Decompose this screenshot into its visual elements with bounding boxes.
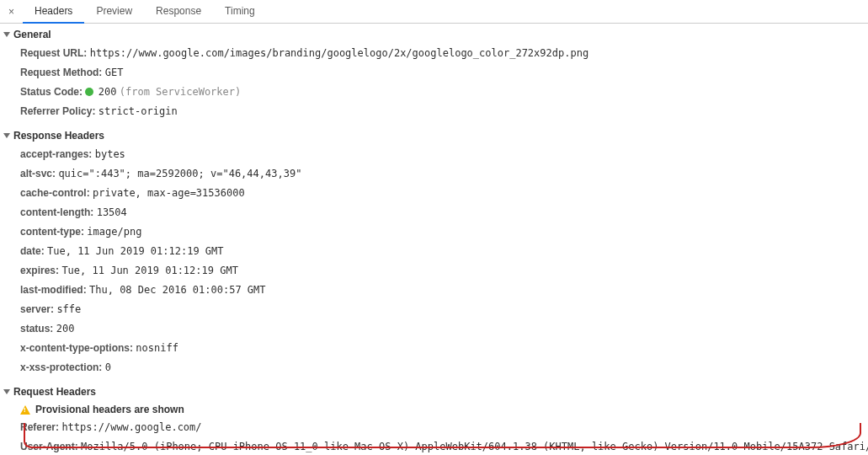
section-general: General Request URL: https://www.google.…: [0, 24, 868, 125]
key: expires:: [20, 265, 59, 276]
kv-response-header: alt-svc: quic=":443"; ma=2592000; v="46,…: [20, 164, 868, 184]
close-icon[interactable]: ×: [3, 6, 23, 18]
value: 200: [99, 86, 117, 98]
value: https://www.google.com/: [61, 421, 201, 433]
value: strict-origin: [99, 105, 178, 117]
key: x-content-type-options:: [20, 342, 133, 354]
kv-response-header: last-modified: Thu, 08 Dec 2016 01:00:57…: [20, 281, 868, 300]
section-title: Request Headers: [13, 386, 96, 398]
section-request-headers: Request Headers Provisional headers are …: [0, 381, 868, 455]
kv-response-header: server: sffe: [20, 300, 868, 319]
value: 200: [56, 323, 75, 335]
key: date:: [20, 245, 45, 257]
devtools-tabbar: × Headers Preview Response Timing: [0, 0, 868, 24]
kv-response-header: content-type: image/png: [20, 222, 868, 242]
key: accept-ranges:: [20, 148, 92, 160]
value: Mozilla/5.0 (iPhone; CPU iPhone OS 11_0 …: [81, 441, 868, 452]
value: 0: [105, 361, 111, 373]
value: private, max-age=31536000: [93, 187, 245, 199]
key: Request URL:: [20, 47, 87, 59]
value: quic=":443"; ma=2592000; v="46,44,43,39": [58, 168, 301, 179]
chevron-down-icon: [3, 389, 10, 394]
section-title: General: [13, 29, 51, 40]
key: content-length:: [20, 206, 93, 218]
section-response-headers: Response Headers accept-ranges: bytesalt…: [0, 125, 868, 381]
value: sffe: [56, 303, 81, 315]
key: content-type:: [20, 226, 84, 238]
key: last-modified:: [20, 284, 87, 296]
value: Thu, 08 Dec 2016 01:00:57 GMT: [89, 284, 266, 296]
value: image/png: [87, 226, 141, 238]
provisional-warning: Provisional headers are shown: [20, 401, 868, 418]
value: Tue, 11 Jun 2019 01:12:19 GMT: [61, 265, 238, 276]
status-ok-icon: [85, 88, 93, 96]
kv-request-method: Request Method: GET: [20, 63, 868, 83]
key: cache-control:: [20, 187, 90, 199]
value: GET: [105, 67, 124, 78]
warning-icon: [20, 405, 30, 415]
kv-referer: Referer: https://www.google.com/: [20, 418, 868, 437]
kv-status-code: Status Code: 200 (from ServiceWorker): [20, 83, 868, 102]
tab-timing[interactable]: Timing: [213, 0, 267, 24]
key: x-xss-protection:: [20, 361, 102, 373]
kv-response-header: cache-control: private, max-age=31536000: [20, 184, 868, 203]
kv-response-header: status: 200: [20, 319, 868, 339]
kv-response-header: x-content-type-options: nosniff: [20, 339, 868, 358]
section-response-headers-header[interactable]: Response Headers: [3, 128, 868, 143]
key: Request Method:: [20, 67, 102, 78]
key: status:: [20, 323, 53, 335]
value-aux: (from ServiceWorker): [120, 86, 242, 98]
key: User-Agent:: [20, 441, 78, 452]
section-general-header[interactable]: General: [3, 27, 868, 42]
key: Referrer Policy:: [20, 105, 95, 117]
value: https://www.google.com/images/branding/g…: [90, 47, 588, 59]
kv-referrer-policy: Referrer Policy: strict-origin: [20, 102, 868, 121]
kv-response-header: date: Tue, 11 Jun 2019 01:12:19 GMT: [20, 242, 868, 261]
tab-preview[interactable]: Preview: [84, 0, 144, 24]
section-request-headers-header[interactable]: Request Headers: [3, 384, 868, 399]
warning-text: Provisional headers are shown: [35, 404, 184, 415]
section-title: Response Headers: [13, 130, 104, 142]
kv-response-header: expires: Tue, 11 Jun 2019 01:12:19 GMT: [20, 261, 868, 281]
key: Status Code:: [20, 86, 83, 98]
value: bytes: [95, 148, 125, 160]
tab-response[interactable]: Response: [144, 0, 213, 24]
value: 13504: [97, 206, 127, 218]
kv-user-agent: User-Agent: Mozilla/5.0 (iPhone; CPU iPh…: [20, 437, 868, 455]
value: Tue, 11 Jun 2019 01:12:19 GMT: [47, 245, 224, 257]
key: alt-svc:: [20, 168, 56, 179]
kv-response-header: accept-ranges: bytes: [20, 145, 868, 164]
key: server:: [20, 303, 54, 315]
kv-response-header: x-xss-protection: 0: [20, 358, 868, 377]
chevron-down-icon: [3, 32, 10, 37]
chevron-down-icon: [3, 133, 10, 138]
tab-headers[interactable]: Headers: [23, 0, 84, 24]
kv-response-header: content-length: 13504: [20, 203, 868, 222]
key: Referer:: [20, 421, 59, 433]
value: nosniff: [136, 342, 178, 354]
kv-request-url: Request URL: https://www.google.com/imag…: [20, 44, 868, 63]
